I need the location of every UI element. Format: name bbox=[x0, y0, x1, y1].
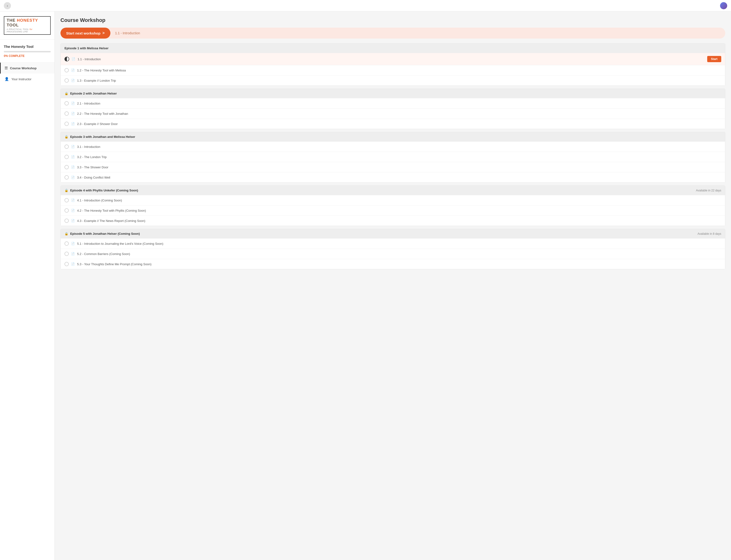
lock-icon: 🔒 bbox=[65, 135, 68, 139]
doc-icon: 📄 bbox=[72, 57, 75, 61]
progress-bar-bg bbox=[4, 51, 51, 52]
lesson-name: 4.1 - Introduction (Coming Soon) bbox=[77, 199, 721, 202]
available-text: Available in 22 days bbox=[696, 189, 721, 192]
doc-icon: 📄 bbox=[71, 69, 75, 72]
lesson-radio[interactable] bbox=[65, 111, 69, 116]
lesson-radio[interactable] bbox=[65, 198, 69, 202]
doc-icon: 📄 bbox=[71, 199, 75, 202]
episode-title: Episode 3 with Jonathan and Melissa Hels… bbox=[70, 135, 135, 139]
episode-header: 🔒 Episode 3 with Jonathan and Melissa He… bbox=[61, 132, 725, 141]
lesson-row[interactable]: 📄 5.2 - Common Barriers (Coming Soon) bbox=[61, 249, 725, 259]
sidebar-item-course-workshop[interactable]: ☰ Course Workshop bbox=[0, 63, 55, 74]
logo-text: THE HONESTY TOOL bbox=[7, 18, 48, 28]
episode-section-ep4: 🔒 Episode 4 with Phyllis Unkefer (Coming… bbox=[60, 185, 725, 226]
lesson-row[interactable]: 📄 3.4 - Doing Conflict Well bbox=[61, 172, 725, 182]
grid-icon: ☰ bbox=[5, 66, 8, 70]
lesson-name: 2.3 - Example // Shower Door bbox=[77, 122, 721, 126]
person-icon: 👤 bbox=[5, 77, 9, 81]
episode-header: 🔒 Episode 4 with Phyllis Unkefer (Coming… bbox=[61, 186, 725, 195]
lesson-name: 4.2 - The Honesty Tool with Phyllis (Com… bbox=[77, 209, 721, 212]
logo-border: THE HONESTY TOOL A PRACTICAL TOOL for PR… bbox=[4, 16, 51, 35]
lesson-row[interactable]: 📄 2.2 - The Honesty Tool with Jonathan bbox=[61, 108, 725, 119]
episode-header: 🔒 Episode 5 with Jonathan Helser (Coming… bbox=[61, 229, 725, 238]
doc-icon: 📄 bbox=[71, 176, 75, 179]
doc-icon: 📄 bbox=[71, 112, 75, 115]
lesson-name: 3.1 - Introduction bbox=[77, 145, 721, 149]
episode-header-left: Episode 1 with Melissa Helser bbox=[65, 46, 109, 50]
lesson-name: 1.2 - The Honesty Tool with Melissa bbox=[77, 69, 721, 72]
lesson-radio[interactable] bbox=[65, 219, 69, 223]
lesson-row[interactable]: 📄 1.1 - Introduction Start bbox=[61, 53, 725, 65]
page-title: Course Workshop bbox=[60, 17, 725, 23]
lock-icon: 🔒 bbox=[65, 92, 68, 95]
lesson-radio[interactable] bbox=[65, 262, 69, 266]
lesson-row[interactable]: 📄 5.3 - Your Thoughts Define Me Prompt (… bbox=[61, 259, 725, 269]
lesson-radio[interactable] bbox=[65, 241, 69, 246]
doc-icon: 📄 bbox=[71, 262, 75, 266]
arrow-icon: > bbox=[102, 31, 105, 35]
lesson-row[interactable]: 📄 4.2 - The Honesty Tool with Phyllis (C… bbox=[61, 205, 725, 215]
lesson-row[interactable]: 📄 3.1 - Introduction bbox=[61, 141, 725, 152]
episode-header: 🔒 Episode 2 with Jonathan Helser bbox=[61, 89, 725, 98]
lesson-name: 4.3 - Example // The News Report (Coming… bbox=[77, 219, 721, 223]
lesson-start-button[interactable]: Start bbox=[707, 56, 721, 62]
lesson-radio[interactable] bbox=[65, 145, 69, 149]
lesson-name: 5.2 - Common Barriers (Coming Soon) bbox=[77, 252, 721, 256]
course-info: The Honesty Tool 0% COMPLETE bbox=[0, 40, 55, 62]
episode-header: Episode 1 with Melissa Helser bbox=[61, 44, 725, 53]
lesson-row[interactable]: 📄 3.2 - The London Trip bbox=[61, 152, 725, 162]
lesson-name: 1.1 - Introduction bbox=[78, 57, 705, 61]
doc-icon: 📄 bbox=[71, 219, 75, 222]
lesson-row[interactable]: 📄 4.3 - Example // The News Report (Comi… bbox=[61, 215, 725, 226]
episode-header-left: 🔒 Episode 5 with Jonathan Helser (Coming… bbox=[65, 232, 140, 235]
sidebar-item-label: Course Workshop bbox=[10, 66, 37, 70]
doc-icon: 📄 bbox=[71, 155, 75, 159]
avatar[interactable] bbox=[720, 2, 727, 9]
episode-header-left: 🔒 Episode 3 with Jonathan and Melissa He… bbox=[65, 135, 135, 139]
lesson-row[interactable]: 📄 4.1 - Introduction (Coming Soon) bbox=[61, 195, 725, 205]
lesson-radio[interactable] bbox=[65, 101, 69, 105]
doc-icon: 📄 bbox=[71, 242, 75, 245]
lesson-radio[interactable] bbox=[65, 175, 69, 180]
episode-section-ep3: 🔒 Episode 3 with Jonathan and Melissa He… bbox=[60, 132, 725, 183]
lesson-name: 5.1 - Introduction to Journaling the Lor… bbox=[77, 242, 721, 245]
lesson-radio[interactable] bbox=[65, 208, 69, 213]
episodes-container: Episode 1 with Melissa Helser 📄 1.1 - In… bbox=[60, 43, 725, 269]
lesson-row[interactable]: 📄 3.3 - The Shower Door bbox=[61, 162, 725, 172]
doc-icon: 📄 bbox=[71, 252, 75, 255]
lesson-row[interactable]: 📄 2.3 - Example // Shower Door bbox=[61, 119, 725, 129]
lesson-name: 3.3 - The Shower Door bbox=[77, 165, 721, 169]
lesson-row[interactable]: 📄 1.3 - Example // London Trip bbox=[61, 75, 725, 85]
lesson-progress-icon bbox=[65, 57, 69, 61]
doc-icon: 📄 bbox=[71, 145, 75, 148]
episode-title: Episode 5 with Jonathan Helser (Coming S… bbox=[70, 232, 140, 235]
banner-subtitle: 1.1 - Introduction bbox=[110, 31, 145, 35]
lesson-row[interactable]: 📄 2.1 - Introduction bbox=[61, 98, 725, 108]
back-button[interactable]: ‹ bbox=[4, 2, 11, 9]
lesson-radio[interactable] bbox=[65, 78, 69, 83]
lesson-row[interactable]: 📄 1.2 - The Honesty Tool with Melissa bbox=[61, 65, 725, 75]
episode-title: Episode 4 with Phyllis Unkefer (Coming S… bbox=[70, 189, 138, 192]
lesson-name: 3.4 - Doing Conflict Well bbox=[77, 176, 721, 179]
lesson-name: 5.3 - Your Thoughts Define Me Prompt (Co… bbox=[77, 262, 721, 266]
lesson-radio[interactable] bbox=[65, 68, 69, 72]
lock-icon: 🔒 bbox=[65, 189, 68, 192]
sidebar-item-label: Your Instructor bbox=[11, 77, 31, 81]
layout: THE HONESTY TOOL A PRACTICAL TOOL for PR… bbox=[0, 11, 731, 560]
sidebar-item-your-instructor[interactable]: 👤 Your Instructor bbox=[0, 74, 55, 85]
doc-icon: 📄 bbox=[71, 209, 75, 212]
sidebar-nav: ☰ Course Workshop 👤 Your Instructor bbox=[0, 62, 55, 85]
start-banner: Start next workshop > 1.1 - Introduction bbox=[60, 28, 725, 39]
lock-icon: 🔒 bbox=[65, 232, 68, 235]
doc-icon: 📄 bbox=[71, 79, 75, 82]
lesson-radio[interactable] bbox=[65, 122, 69, 126]
start-next-workshop-button[interactable]: Start next workshop > bbox=[60, 28, 110, 39]
progress-text: 0% COMPLETE bbox=[4, 54, 51, 58]
lesson-radio[interactable] bbox=[65, 165, 69, 169]
logo-subtitle: A PRACTICAL TOOL for PROCESSING LIFE bbox=[7, 28, 48, 33]
sidebar: THE HONESTY TOOL A PRACTICAL TOOL for PR… bbox=[0, 11, 55, 560]
lesson-row[interactable]: 📄 5.1 - Introduction to Journaling the L… bbox=[61, 238, 725, 249]
lesson-radio[interactable] bbox=[65, 252, 69, 256]
lesson-radio[interactable] bbox=[65, 155, 69, 159]
doc-icon: 📄 bbox=[71, 102, 75, 105]
